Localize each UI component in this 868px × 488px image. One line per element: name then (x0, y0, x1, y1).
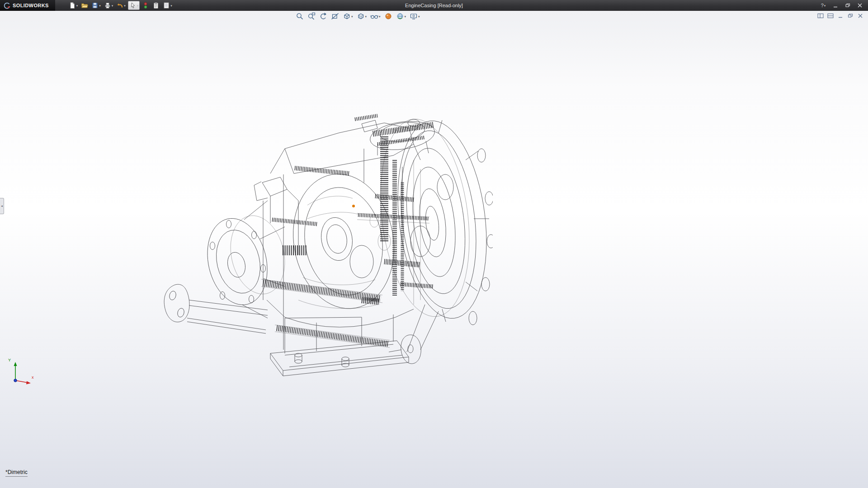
minimize-icon (833, 3, 838, 8)
view-orientation-button[interactable]: ▾ (342, 12, 354, 21)
view-settings-icon (410, 12, 418, 20)
engine-casing-wireframe[interactable] (149, 106, 493, 395)
options-button[interactable]: ▾ (162, 1, 173, 10)
document-close-button[interactable] (856, 12, 864, 19)
dropdown-arrow-icon[interactable]: ▾ (124, 4, 126, 7)
document-window-controls (816, 12, 864, 19)
view-orientation-label: *Dimetric (5, 469, 28, 477)
feature-panel-collapse-tab[interactable]: ◂ (0, 198, 4, 214)
dropdown-arrow-icon[interactable]: ▾ (405, 15, 406, 18)
wireframe-gears-shafts (263, 116, 434, 344)
restore-icon (845, 3, 850, 8)
file-properties-button[interactable] (151, 1, 160, 10)
document-close-icon (857, 13, 863, 19)
tile-left-button[interactable] (816, 12, 825, 19)
new-document-button[interactable]: ▾ (68, 1, 79, 10)
tile-left-icon (817, 13, 824, 19)
save-icon (91, 2, 99, 9)
app-logo: SOLIDWORKS (0, 0, 55, 11)
heads-up-view-toolbar: ▾ ▾ ▾ (295, 12, 421, 21)
new-document-icon (69, 2, 76, 9)
document-restore-button[interactable] (846, 12, 854, 19)
dropdown-arrow-icon[interactable]: ▾ (76, 4, 78, 7)
rebuild-traffic-light-icon (142, 2, 149, 9)
section-view-icon (331, 12, 339, 20)
dropdown-arrow-icon[interactable]: ▾ (112, 4, 113, 7)
print-icon (104, 2, 111, 9)
title-bar: SOLIDWORKS ▾ ▾ (0, 0, 868, 11)
previous-view-icon (319, 12, 327, 20)
tile-right-icon (827, 13, 834, 19)
document-restore-icon (847, 13, 854, 19)
tile-right-button[interactable] (826, 12, 835, 19)
file-properties-icon (152, 2, 160, 9)
dropdown-arrow-icon[interactable]: ▾ (99, 4, 101, 7)
undo-icon (116, 2, 123, 9)
dropdown-arrow-icon[interactable]: ▾ (365, 15, 367, 18)
reference-triad: Y x (9, 360, 38, 389)
dropdown-arrow-icon[interactable]: ▾ (824, 4, 826, 7)
display-style-cube-icon (357, 12, 365, 20)
zoom-area-icon (307, 12, 316, 20)
select-tool-button[interactable]: ▾ (128, 1, 140, 10)
origin-marker (352, 205, 355, 207)
document-minimize-button[interactable] (836, 12, 844, 19)
apply-scene-button[interactable]: ▾ (395, 12, 407, 21)
restore-button[interactable] (842, 1, 853, 9)
zoom-fit-button[interactable] (295, 12, 305, 21)
hide-show-items-button[interactable]: ▾ (369, 12, 382, 21)
view-orientation-cube-icon (343, 12, 351, 20)
undo-button[interactable]: ▾ (115, 1, 127, 10)
dropdown-arrow-icon[interactable]: ▾ (418, 15, 420, 18)
axis-y-label: Y (8, 358, 11, 362)
rebuild-button[interactable] (141, 1, 150, 10)
help-button[interactable]: ? ▾ (818, 1, 829, 9)
brand-name: SOLIDWORKS (13, 3, 49, 8)
minimize-button[interactable] (830, 1, 841, 9)
dropdown-arrow-icon[interactable]: ▾ (137, 4, 139, 7)
document-minimize-icon (837, 13, 844, 19)
close-icon (857, 3, 863, 8)
close-button[interactable] (854, 1, 865, 9)
save-button[interactable]: ▾ (90, 1, 102, 10)
previous-view-button[interactable] (318, 12, 328, 21)
axis-x-label: x (32, 375, 34, 380)
collapse-arrow-icon: ◂ (1, 204, 3, 208)
display-style-button[interactable]: ▾ (356, 12, 368, 21)
appearance-ball-icon (384, 12, 392, 20)
scene-globe-icon (396, 12, 404, 20)
dropdown-arrow-icon[interactable]: ▾ (170, 4, 172, 7)
print-button[interactable]: ▾ (103, 1, 114, 10)
solidworks-logo-icon (4, 2, 10, 9)
wireframe-outlines (164, 114, 493, 376)
dropdown-arrow-icon[interactable]: ▾ (379, 15, 381, 18)
eyeglasses-icon (370, 12, 378, 20)
main-toolbar: ▾ ▾ ▾ (68, 1, 173, 10)
view-settings-button[interactable]: ▾ (409, 12, 421, 21)
open-folder-icon (81, 2, 88, 9)
open-button[interactable] (80, 1, 89, 10)
zoom-fit-icon (296, 12, 304, 20)
section-view-button[interactable] (330, 12, 340, 21)
dropdown-arrow-icon[interactable]: ▾ (351, 15, 353, 18)
options-sheet-icon (163, 2, 170, 9)
zoom-area-button[interactable] (307, 12, 316, 21)
graphics-area[interactable]: ▾ ▾ ▾ (0, 11, 868, 488)
window-controls: ? ▾ (818, 1, 868, 9)
edit-appearance-button[interactable] (383, 12, 393, 21)
triad-axes-icon (9, 360, 34, 387)
window-title: EngineCasing [Read-only] (405, 3, 463, 8)
select-cursor-icon (129, 2, 137, 9)
help-label: ? (821, 3, 824, 8)
